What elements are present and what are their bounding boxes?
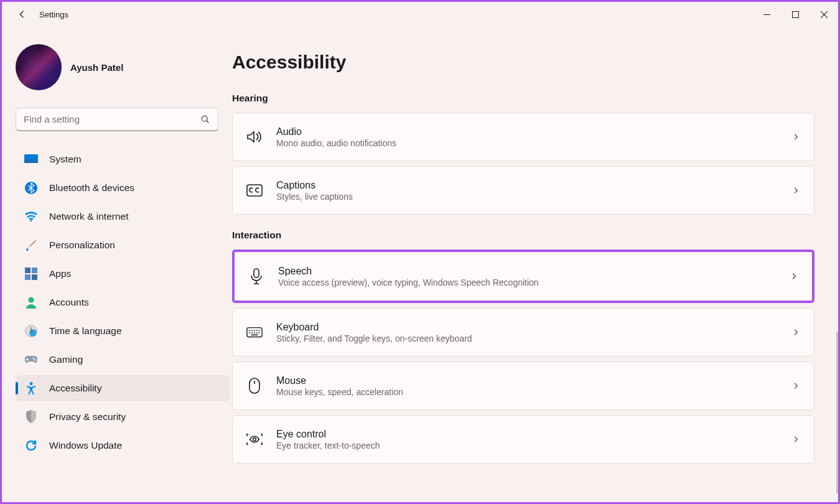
clock-globe-icon — [24, 324, 38, 338]
gamepad-icon — [24, 353, 38, 366]
sidebar-item-personalization[interactable]: Personalization — [16, 232, 230, 258]
card-speech[interactable]: Speech Voice access (preview), voice typ… — [235, 252, 812, 301]
card-title: Eye control — [276, 429, 778, 440]
main-content: Accessibility Hearing Audio Mono audio, … — [232, 27, 838, 502]
sidebar-item-system[interactable]: System — [16, 146, 230, 172]
svg-rect-6 — [25, 268, 30, 273]
card-subtitle: Sticky, Filter, and Toggle keys, on-scre… — [276, 334, 778, 343]
card-title: Captions — [276, 180, 778, 191]
update-icon — [24, 439, 38, 452]
sidebar-item-label: Network & internet — [49, 211, 129, 222]
maximize-icon — [792, 11, 799, 18]
card-title: Mouse — [276, 375, 778, 386]
sidebar: Ayush Patel System Bluetooth & devices — [2, 27, 232, 502]
keyboard-icon — [246, 324, 263, 340]
speaker-icon — [246, 129, 263, 145]
eye-control-icon — [246, 431, 263, 447]
search-icon — [200, 114, 210, 124]
shield-icon — [24, 410, 38, 424]
captions-icon — [246, 182, 263, 198]
chevron-right-icon — [791, 381, 800, 390]
sidebar-item-accessibility[interactable]: Accessibility — [16, 375, 230, 401]
chevron-right-icon — [791, 435, 800, 444]
settings-window: Settings Ayush Patel — [2, 2, 838, 502]
card-title: Speech — [278, 266, 776, 277]
chevron-right-icon — [791, 186, 800, 195]
svg-rect-8 — [25, 274, 30, 280]
close-icon — [821, 11, 828, 18]
card-subtitle: Voice access (preview), voice typing, Wi… — [278, 278, 776, 287]
sidebar-item-label: System — [49, 154, 82, 165]
card-subtitle: Mono audio, audio notifications — [276, 138, 778, 148]
card-title: Keyboard — [276, 322, 778, 333]
sidebar-item-bluetooth[interactable]: Bluetooth & devices — [16, 175, 230, 201]
close-button[interactable] — [810, 4, 838, 24]
section-hearing: Hearing — [232, 93, 814, 104]
system-icon — [24, 152, 38, 166]
svg-point-2 — [202, 116, 207, 121]
page-title: Accessibility — [232, 27, 814, 86]
svg-rect-7 — [32, 268, 37, 273]
svg-rect-18 — [247, 328, 262, 337]
svg-rect-4 — [24, 161, 38, 163]
paintbrush-icon — [24, 238, 38, 252]
svg-rect-17 — [254, 269, 259, 278]
highlight-speech: Speech Voice access (preview), voice typ… — [232, 250, 814, 303]
svg-rect-0 — [763, 14, 770, 15]
card-mouse[interactable]: Mouse Mouse keys, speed, acceleration — [232, 362, 814, 410]
sidebar-item-accounts[interactable]: Accounts — [16, 289, 230, 315]
minimize-icon — [763, 14, 770, 15]
chevron-right-icon — [791, 133, 800, 141]
avatar — [16, 44, 62, 90]
sidebar-item-network[interactable]: Network & internet — [16, 203, 230, 230]
card-keyboard[interactable]: Keyboard Sticky, Filter, and Toggle keys… — [232, 308, 814, 357]
card-eye-control[interactable]: Eye control Eye tracker, text-to-speech — [232, 415, 814, 464]
sidebar-item-label: Time & language — [49, 325, 122, 337]
sidebar-item-label: Bluetooth & devices — [49, 182, 134, 194]
card-title: Audio — [276, 126, 778, 138]
card-audio[interactable]: Audio Mono audio, audio notifications — [232, 113, 814, 161]
sidebar-item-privacy[interactable]: Privacy & security — [16, 404, 230, 430]
svg-point-13 — [33, 358, 35, 360]
card-captions[interactable]: Captions Styles, live captions — [232, 166, 814, 215]
svg-rect-1 — [792, 11, 798, 17]
svg-rect-9 — [32, 274, 37, 280]
svg-point-15 — [30, 382, 33, 385]
sidebar-item-label: Gaming — [49, 354, 83, 365]
card-subtitle: Mouse keys, speed, acceleration — [276, 387, 778, 397]
maximize-button[interactable] — [781, 4, 810, 24]
back-icon[interactable] — [17, 9, 28, 20]
svg-rect-19 — [250, 378, 259, 393]
minimize-button[interactable] — [752, 4, 781, 24]
apps-icon — [24, 267, 38, 281]
nav: System Bluetooth & devices Network & int… — [2, 139, 232, 459]
titlebar: Settings — [2, 2, 838, 27]
profile[interactable]: Ayush Patel — [2, 32, 232, 108]
svg-point-12 — [29, 329, 37, 337]
mouse-icon — [246, 378, 263, 394]
app-title: Settings — [39, 10, 68, 19]
scrollbar[interactable] — [836, 332, 838, 493]
sidebar-item-label: Apps — [49, 268, 71, 279]
svg-point-20 — [253, 438, 256, 441]
username: Ayush Patel — [70, 62, 123, 73]
sidebar-item-time[interactable]: Time & language — [16, 318, 230, 344]
section-interaction: Interaction — [232, 230, 814, 241]
bluetooth-icon — [24, 181, 38, 195]
sidebar-item-label: Accounts — [49, 297, 89, 308]
search-input-wrap[interactable] — [16, 108, 218, 131]
sidebar-item-label: Personalization — [49, 240, 115, 251]
chevron-right-icon — [790, 272, 798, 281]
titlebar-left: Settings — [2, 9, 68, 20]
window-controls — [752, 4, 838, 24]
sidebar-item-label: Windows Update — [49, 440, 122, 451]
sidebar-item-apps[interactable]: Apps — [16, 261, 230, 287]
sidebar-item-gaming[interactable]: Gaming — [16, 347, 230, 373]
sidebar-item-label: Accessibility — [49, 383, 101, 394]
sidebar-item-update[interactable]: Windows Update — [16, 432, 230, 459]
card-subtitle: Styles, live captions — [276, 192, 778, 202]
search-input[interactable] — [24, 114, 200, 124]
card-subtitle: Eye tracker, text-to-speech — [276, 441, 778, 450]
svg-point-10 — [29, 297, 34, 303]
microphone-icon — [248, 268, 264, 284]
